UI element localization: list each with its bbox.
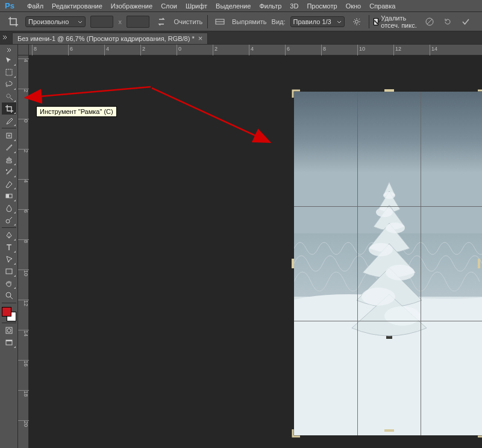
clone-stamp-tool[interactable] xyxy=(2,154,16,166)
overlay-view-select[interactable]: Правило 1/3 xyxy=(290,16,345,27)
tool-separator xyxy=(2,227,16,228)
foreground-color-swatch[interactable] xyxy=(2,307,11,317)
delete-cropped-checkbox[interactable]: Удалить отсеч. пикс. xyxy=(374,14,419,29)
close-tab-button[interactable]: × xyxy=(198,36,203,42)
view-prefix: Вид: xyxy=(272,18,286,25)
svg-rect-5 xyxy=(6,69,12,75)
svg-point-14 xyxy=(7,329,11,332)
ruler-tick: 2 xyxy=(18,149,29,153)
ruler-tick: 6 xyxy=(18,209,29,213)
gradient-tool[interactable] xyxy=(2,190,16,202)
horizontal-ruler[interactable]: 8 6 4 2 0 2 4 6 8 10 12 14 xyxy=(29,45,482,55)
document-tab-bar: Без имени-1 @ 66,7% (Просмотр кадрирован… xyxy=(0,31,482,45)
swap-dimensions-button[interactable] xyxy=(154,15,169,28)
options-bar: Произвольно x Очистить Выпрямить Вид: Пр… xyxy=(0,12,482,31)
ruler-tick: 8 xyxy=(18,239,29,243)
menu-view[interactable]: Просмотр xyxy=(302,1,341,11)
svg-rect-29 xyxy=(384,429,394,432)
workspace: 8 6 4 2 0 2 4 6 8 10 12 14 4 2 0 2 4 6 8… xyxy=(0,45,482,448)
straighten-button[interactable]: Выпрямить xyxy=(232,18,267,25)
checkbox-checked-icon xyxy=(374,18,378,25)
brush-tool[interactable] xyxy=(2,142,16,154)
ruler-tick: 4 xyxy=(18,179,29,183)
ruler-tick: 8 xyxy=(32,45,37,55)
rect-marquee-tool[interactable] xyxy=(2,66,16,78)
zoom-tool[interactable] xyxy=(2,289,16,301)
color-swatches[interactable] xyxy=(2,307,16,321)
toolbox-expand-icon[interactable] xyxy=(4,46,14,54)
dodge-tool[interactable] xyxy=(2,214,16,226)
ruler-tick: 4 xyxy=(18,58,29,62)
svg-rect-28 xyxy=(384,89,394,92)
ruler-tick: 2 xyxy=(213,45,218,55)
spot-heal-tool[interactable] xyxy=(2,130,16,142)
quick-mask-toggle[interactable] xyxy=(2,324,16,336)
overlay-view-value: Правило 1/3 xyxy=(293,18,331,25)
crop-handle-tl[interactable] xyxy=(292,89,301,99)
crop-frame[interactable] xyxy=(294,92,482,435)
crop-handle-r[interactable] xyxy=(477,259,482,268)
eyedropper-tool[interactable] xyxy=(2,115,16,127)
crop-grid-line xyxy=(357,92,358,435)
clear-aspect-button[interactable]: Очистить xyxy=(174,18,202,25)
aspect-ratio-select[interactable]: Произвольно xyxy=(25,16,86,27)
crop-handle-b[interactable] xyxy=(384,428,394,438)
history-brush-tool[interactable] xyxy=(2,166,16,178)
pen-tool[interactable] xyxy=(2,229,16,241)
svg-line-4 xyxy=(427,19,432,24)
crop-handle-bl[interactable] xyxy=(292,428,301,438)
blur-tool[interactable] xyxy=(2,202,16,214)
crop-handle-l[interactable] xyxy=(292,259,301,268)
menu-select[interactable]: Выделение xyxy=(211,1,255,11)
chevron-down-icon xyxy=(78,18,83,25)
crop-width-input[interactable] xyxy=(90,16,113,28)
move-tool[interactable] xyxy=(2,54,16,66)
tool-tooltip: Инструмент "Рамка" (C) xyxy=(36,106,117,117)
path-select-tool[interactable] xyxy=(2,253,16,265)
ruler-tick: 6 xyxy=(285,45,290,55)
cancel-crop-button[interactable] xyxy=(424,16,435,27)
menu-image[interactable]: Изображение xyxy=(107,1,157,11)
crop-tool-preset-icon[interactable] xyxy=(6,15,20,28)
menubar: Ps Файл Редактирование Изображение Слои … xyxy=(0,0,482,12)
lasso-tool[interactable] xyxy=(2,78,16,90)
menu-window[interactable]: Окно xyxy=(342,1,366,11)
crop-tool[interactable] xyxy=(2,103,16,115)
hand-tool[interactable] xyxy=(2,277,16,289)
svg-rect-30 xyxy=(292,259,294,268)
menu-3d[interactable]: 3D xyxy=(286,1,302,11)
ruler-tick: 18 xyxy=(18,390,29,397)
crop-handle-t[interactable] xyxy=(384,89,394,99)
svg-point-23 xyxy=(386,222,405,233)
type-tool[interactable] xyxy=(2,241,16,253)
vertical-ruler[interactable]: 4 2 0 2 4 6 8 10 12 14 16 18 20 xyxy=(18,55,29,448)
ratio-separator: x xyxy=(118,18,122,25)
menu-layers[interactable]: Слои xyxy=(157,1,181,11)
ruler-tick: 4 xyxy=(104,45,109,55)
crop-handle-br[interactable] xyxy=(477,428,482,438)
eraser-tool[interactable] xyxy=(2,178,16,190)
svg-point-24 xyxy=(369,243,393,256)
svg-point-6 xyxy=(7,94,10,98)
crop-options-gear-icon[interactable] xyxy=(349,15,364,28)
menu-help[interactable]: Справка xyxy=(365,1,399,11)
document-tab[interactable]: Без имени-1 @ 66,7% (Просмотр кадрирован… xyxy=(12,33,208,44)
ruler-tick: 0 xyxy=(18,119,29,122)
rectangle-tool[interactable] xyxy=(2,265,16,277)
menu-edit[interactable]: Редактирование xyxy=(48,1,107,11)
crop-handle-tr[interactable] xyxy=(477,89,482,99)
commit-crop-button[interactable] xyxy=(460,16,471,27)
screen-mode-toggle[interactable] xyxy=(2,336,16,349)
reset-crop-button[interactable] xyxy=(442,16,453,27)
panel-expand-icon[interactable] xyxy=(0,31,10,44)
ruler-tick: 6 xyxy=(68,45,73,55)
crop-height-input[interactable] xyxy=(127,16,149,28)
menu-filter[interactable]: Фильтр xyxy=(255,1,286,11)
quick-select-tool[interactable] xyxy=(2,90,16,103)
svg-point-22 xyxy=(376,207,393,217)
document-area[interactable]: 8 6 4 2 0 2 4 6 8 10 12 14 4 2 0 2 4 6 8… xyxy=(18,45,482,448)
menu-type[interactable]: Шрифт xyxy=(181,1,211,11)
menu-file[interactable]: Файл xyxy=(23,1,48,11)
svg-point-21 xyxy=(383,192,395,199)
ruler-tick: 16 xyxy=(18,360,29,367)
